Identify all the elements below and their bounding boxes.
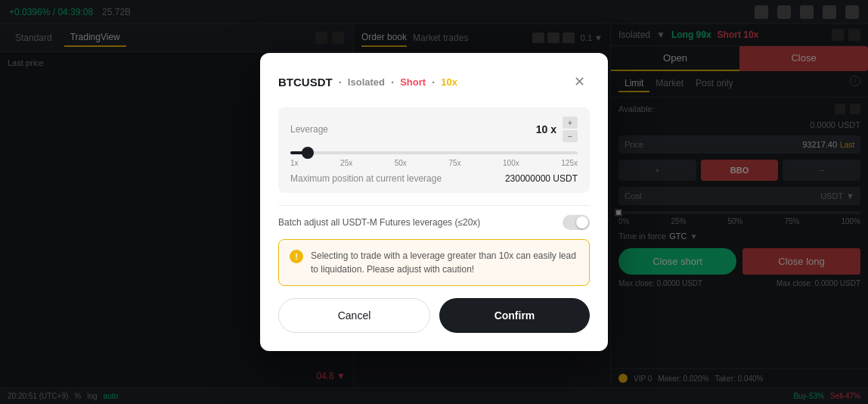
modal-title: BTCUSDT · Isolated · Short · 10x: [278, 76, 457, 89]
max-pos-label: Maximum position at current leverage: [290, 173, 442, 184]
leverage-decrement-button[interactable]: −: [563, 130, 578, 142]
title-leverage: 10x: [441, 76, 457, 88]
title-isolated: Isolated: [348, 76, 385, 88]
leverage-slider-container[interactable]: 1x 25x 50x 75x 100x 125x: [290, 151, 578, 167]
warning-icon: !: [290, 250, 303, 263]
leverage-stepper: + −: [563, 117, 578, 142]
max-pos-value: 230000000 USDT: [505, 173, 578, 184]
batch-adjust-row: Batch adjust all USDT-M Futures leverage…: [278, 205, 590, 239]
warning-text: Selecting to trade with a leverage great…: [311, 249, 578, 276]
toggle-knob: [576, 216, 588, 228]
leverage-slider-labels: 1x 25x 50x 75x 100x 125x: [290, 159, 578, 167]
modal-actions: Cancel Confirm: [278, 298, 590, 333]
cancel-button[interactable]: Cancel: [278, 298, 430, 333]
leverage-display: Leverage 10 x + −: [290, 117, 578, 142]
leverage-modal: BTCUSDT · Isolated · Short · 10x ✕ Lever…: [260, 53, 608, 351]
modal-header: BTCUSDT · Isolated · Short · 10x ✕: [278, 71, 590, 92]
batch-adjust-label: Batch adjust all USDT-M Futures leverage…: [278, 217, 480, 228]
leverage-slider-thumb[interactable]: [302, 147, 314, 159]
title-sep-2: ·: [391, 76, 394, 89]
title-pair: BTCUSDT: [278, 76, 333, 89]
leverage-label: Leverage: [290, 124, 328, 135]
batch-adjust-toggle[interactable]: [563, 215, 590, 230]
title-sep-1: ·: [339, 76, 342, 89]
leverage-increment-button[interactable]: +: [563, 117, 578, 129]
warning-box: ! Selecting to trade with a leverage gre…: [278, 239, 590, 286]
modal-close-button[interactable]: ✕: [569, 71, 590, 92]
title-sep-3: ·: [432, 76, 435, 89]
title-short: Short: [400, 76, 426, 88]
leverage-value: 10 x: [536, 123, 556, 135]
confirm-button[interactable]: Confirm: [439, 298, 590, 333]
max-position-row: Maximum position at current leverage 230…: [290, 173, 578, 184]
leverage-section: Leverage 10 x + − 1x 25x 50x: [278, 107, 590, 193]
modal-overlay: BTCUSDT · Isolated · Short · 10x ✕ Lever…: [0, 0, 868, 404]
leverage-value-container: 10 x + −: [536, 117, 578, 142]
leverage-slider-track: [290, 151, 578, 154]
